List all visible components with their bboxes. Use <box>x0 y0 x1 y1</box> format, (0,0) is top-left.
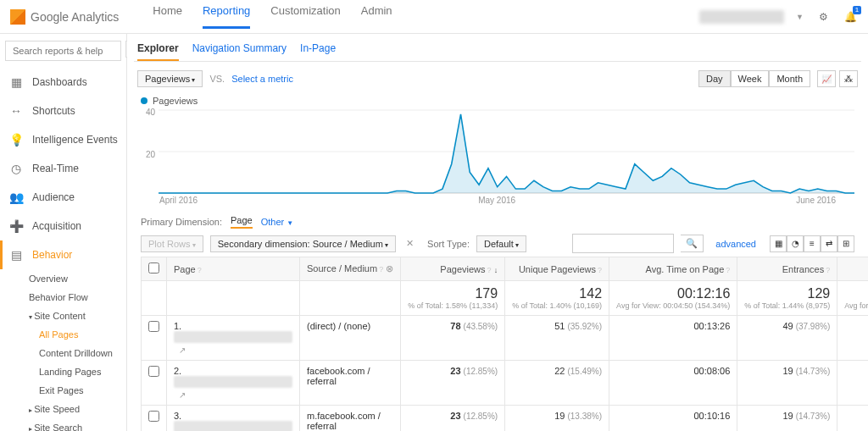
range-month[interactable]: Month <box>769 70 810 87</box>
col-pageviews[interactable]: Pageviews? ↓ <box>401 257 505 281</box>
ga-logo-icon <box>10 9 25 25</box>
remove-secondary-icon[interactable]: ⊗ <box>386 263 393 274</box>
sidebar-item-acquisition[interactable]: ➕Acquisition <box>5 212 121 240</box>
nav-admin[interactable]: Admin <box>361 4 392 29</box>
table-header-row: Page? Source / Medium? ⊗ Pageviews? ↓ Un… <box>142 257 869 281</box>
sidebar: ▦Dashboards ↔Shortcuts 💡Intelligence Eve… <box>0 34 127 431</box>
data-table: Page? Source / Medium? ⊗ Pageviews? ↓ Un… <box>141 257 868 431</box>
col-page[interactable]: Page? <box>167 257 300 281</box>
view-table-icon[interactable]: ▦ <box>770 235 787 252</box>
table-filter-input[interactable] <box>572 234 674 253</box>
nav-reporting[interactable]: Reporting <box>203 4 250 29</box>
range-day[interactable]: Day <box>698 70 731 87</box>
tab-explorer[interactable]: Explorer <box>137 42 179 61</box>
app-header: Google Analytics Home Reporting Customiz… <box>0 0 868 34</box>
row-checkbox[interactable] <box>148 366 159 377</box>
chart-type-icon[interactable]: 📈 <box>817 70 836 87</box>
sidebar-item-intelligence[interactable]: 💡Intelligence Events <box>5 125 121 154</box>
view-performance-icon[interactable]: ≡ <box>804 235 821 252</box>
summary-row: 179% of Total: 1.58% (11,334) 142% of To… <box>142 281 869 316</box>
behavior-icon: ▤ <box>8 248 24 262</box>
sort-type-label: Sort Type: <box>427 239 470 249</box>
time-range-group: Day Week Month <box>698 70 810 87</box>
dimension-page[interactable]: Page <box>231 215 253 229</box>
sub-overview[interactable]: Overview <box>29 269 121 288</box>
sub-behavior-flow[interactable]: Behavior Flow <box>29 288 121 307</box>
chart-motion-icon[interactable]: ⁂ <box>839 70 858 87</box>
tab-navigation-summary[interactable]: Navigation Summary <box>192 42 287 61</box>
range-week[interactable]: Week <box>731 70 770 87</box>
chart-xaxis: April 2016 May 2016 June 2016 <box>159 196 836 205</box>
col-source[interactable]: Source / Medium? ⊗ <box>300 257 401 281</box>
sub-all-pages[interactable]: All Pages <box>39 325 121 344</box>
account-selector[interactable] <box>699 10 784 24</box>
dashboard-icon: ▦ <box>8 75 24 89</box>
table-row: 1. ↗(direct) / (none)78(43.58%)51(35.92%… <box>142 316 869 361</box>
table-row: 3. ↗m.facebook.com / referral23(12.85%)1… <box>142 406 869 432</box>
logo[interactable]: Google Analytics <box>10 9 119 25</box>
sidebar-item-dashboards[interactable]: ▦Dashboards <box>5 68 121 97</box>
cell-page: 3. ↗ <box>167 406 300 432</box>
search-input[interactable] <box>5 41 121 61</box>
page-url-blurred[interactable] <box>174 331 292 343</box>
bulb-icon: 💡 <box>8 133 24 146</box>
cell-source: facebook.com / referral <box>300 361 401 406</box>
view-comparison-icon[interactable]: ⇄ <box>821 235 837 252</box>
open-page-icon[interactable]: ↗ <box>179 345 186 355</box>
col-bounce[interactable]: Bounce Rate? <box>837 257 868 281</box>
pageviews-chart[interactable]: 40 20 <box>141 109 854 194</box>
header-right: ▼ ⚙ 🔔 <box>699 9 858 25</box>
sub-landing-pages[interactable]: Landing Pages <box>39 362 121 381</box>
nav-home[interactable]: Home <box>153 4 182 29</box>
view-percentage-icon[interactable]: ◔ <box>787 235 804 252</box>
main-content: Explorer Navigation Summary In-Page Page… <box>127 34 868 431</box>
cell-source: (direct) / (none) <box>300 316 401 361</box>
select-all-checkbox[interactable] <box>148 262 159 274</box>
sidebar-item-shortcuts[interactable]: ↔Shortcuts <box>5 97 121 125</box>
sub-content-drilldown[interactable]: Content Drilldown <box>39 344 121 362</box>
search-icon[interactable]: 🔍 <box>681 235 704 252</box>
sub-site-search[interactable]: Site Search <box>29 418 121 431</box>
sub-site-speed[interactable]: Site Speed <box>29 400 121 418</box>
col-unique[interactable]: Unique Pageviews? <box>505 257 609 281</box>
col-entrances[interactable]: Entrances? <box>737 257 837 281</box>
open-page-icon[interactable]: ↗ <box>179 390 186 400</box>
row-checkbox[interactable] <box>148 321 159 332</box>
clock-icon: ◷ <box>8 162 24 175</box>
legend-dot-icon <box>141 97 147 104</box>
sidebar-item-realtime[interactable]: ◷Real-Time <box>5 154 121 183</box>
product-name: Google Analytics <box>31 10 119 24</box>
col-avgtime[interactable]: Avg. Time on Page? <box>609 257 737 281</box>
sub-exit-pages[interactable]: Exit Pages <box>39 381 121 400</box>
view-pivot-icon[interactable]: ⊞ <box>837 235 854 252</box>
ytick-40: 40 <box>146 108 155 117</box>
cell-source: m.facebook.com / referral <box>300 406 401 432</box>
audience-icon: 👥 <box>8 191 24 204</box>
notifications-bell-icon[interactable]: 🔔 <box>843 9 858 25</box>
secondary-dimension-dropdown[interactable]: Secondary dimension: Source / Medium <box>210 235 396 252</box>
dimension-other[interactable]: Other ▼ <box>261 217 294 227</box>
row-checkbox[interactable] <box>148 411 159 422</box>
ytick-20: 20 <box>146 150 155 159</box>
sort-type-dropdown[interactable]: Default <box>476 235 526 252</box>
chevron-down-icon[interactable]: ▼ <box>796 13 804 21</box>
sidebar-item-audience[interactable]: 👥Audience <box>5 183 121 212</box>
tab-in-page[interactable]: In-Page <box>300 42 336 61</box>
nav-customization[interactable]: Customization <box>270 4 340 29</box>
metric-primary-dropdown[interactable]: Pageviews <box>137 70 203 87</box>
select-metric-link[interactable]: Select a metric <box>231 74 293 84</box>
table-row: 2. ↗facebook.com / referral23(12.85%)22(… <box>142 361 869 406</box>
settings-gear-icon[interactable]: ⚙ <box>815 9 831 25</box>
cell-page: 2. ↗ <box>167 361 300 406</box>
sub-site-content[interactable]: Site Content <box>29 307 121 325</box>
top-nav: Home Reporting Customization Admin <box>153 4 392 29</box>
acquisition-icon: ➕ <box>8 219 24 233</box>
report-tabs: Explorer Navigation Summary In-Page <box>134 37 861 62</box>
advanced-filter-link[interactable]: advanced <box>715 239 756 249</box>
clear-secondary-icon[interactable]: ✕ <box>406 238 414 249</box>
plot-rows-button[interactable]: Plot Rows <box>141 235 203 252</box>
sidebar-item-behavior[interactable]: ▤Behavior <box>0 240 121 269</box>
page-url-blurred[interactable] <box>174 421 292 431</box>
page-url-blurred[interactable] <box>174 376 292 388</box>
chart-legend: Pageviews <box>141 96 854 106</box>
